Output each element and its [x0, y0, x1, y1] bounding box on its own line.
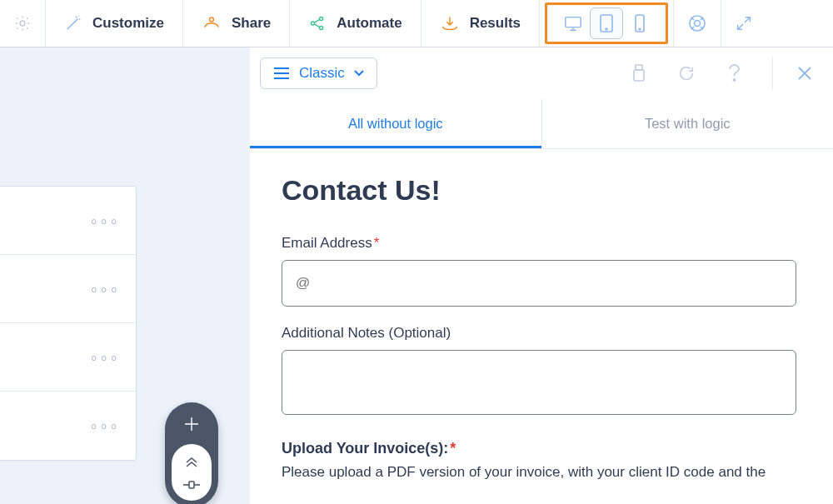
required-asterisk: *	[374, 235, 380, 251]
add-element-button[interactable]	[178, 411, 205, 437]
fields-list-row[interactable]: ∘∘∘	[0, 255, 136, 323]
email-label: Email Address*	[282, 235, 796, 252]
close-icon	[796, 65, 813, 82]
preview-actions	[631, 57, 813, 90]
refresh-icon[interactable]	[677, 64, 696, 82]
upload-label: Upload Your Invoice(s):*	[282, 440, 796, 457]
svg-point-1	[210, 17, 214, 22]
notes-label: Additional Notes (Optional)	[282, 325, 796, 342]
email-input[interactable]	[282, 260, 796, 307]
download-tray-icon	[440, 14, 460, 32]
fields-list-row[interactable]: Optional) ∘∘∘	[0, 392, 136, 460]
label-text: Email Address	[282, 235, 372, 251]
tablet-view-button[interactable]	[590, 7, 623, 39]
desktop-icon	[563, 14, 583, 32]
svg-rect-15	[189, 482, 194, 488]
form-title: Contact Us!	[282, 174, 796, 207]
tab-all-without-logic[interactable]: All without logic	[250, 99, 542, 148]
layout-lines-icon	[272, 66, 291, 81]
device-preview-group	[540, 0, 674, 47]
close-preview-button[interactable]	[772, 57, 813, 90]
svg-point-4	[320, 26, 323, 29]
preview-tabs: All without logic Test with logic	[250, 99, 833, 149]
desktop-view-button[interactable]	[556, 7, 590, 39]
chevron-down-icon	[353, 69, 365, 77]
slider-icon[interactable]	[182, 479, 202, 491]
gear-icon	[13, 14, 32, 32]
results-button[interactable]: Results	[421, 0, 540, 47]
help-button[interactable]	[674, 0, 721, 47]
drag-handle-icon[interactable]: ∘∘∘	[89, 348, 119, 367]
preview-subheader: Classic	[250, 47, 833, 99]
notes-textarea[interactable]	[282, 350, 796, 415]
chevron-up-double-icon[interactable]	[183, 454, 200, 467]
automate-button[interactable]: Automate	[290, 0, 421, 47]
svg-point-2	[312, 22, 315, 25]
top-toolbar: Customize Share Automate Results	[0, 0, 833, 47]
network-icon	[308, 14, 327, 32]
svg-point-7	[606, 28, 607, 30]
drag-handle-icon[interactable]: ∘∘∘	[89, 212, 119, 230]
layout-mode-label: Classic	[299, 65, 345, 82]
expand-button[interactable]	[721, 0, 766, 47]
mobile-view-button[interactable]	[623, 7, 656, 39]
mobile-icon	[633, 13, 646, 33]
wand-icon	[64, 14, 82, 32]
usb-icon[interactable]	[631, 63, 647, 83]
lifering-icon	[687, 13, 707, 33]
plus-icon	[182, 415, 201, 433]
svg-point-9	[639, 28, 641, 30]
tablet-icon	[598, 13, 615, 33]
broadcast-icon	[202, 14, 222, 32]
svg-rect-5	[566, 17, 581, 27]
svg-rect-13	[634, 70, 644, 81]
expand-icon	[735, 14, 753, 32]
fields-list-row[interactable]: ∘∘∘	[0, 323, 136, 392]
automate-label: Automate	[337, 15, 402, 32]
customize-label: Customize	[92, 15, 164, 32]
share-label: Share	[232, 15, 271, 32]
customize-button[interactable]: Customize	[46, 0, 183, 47]
fields-list-row[interactable]: ∘∘∘	[0, 187, 136, 255]
question-icon[interactable]	[726, 63, 742, 83]
floating-tools-pill	[165, 402, 218, 504]
label-text: Upload Your Invoice(s):	[282, 440, 448, 457]
svg-point-0	[20, 21, 25, 26]
tab-test-with-logic[interactable]: Test with logic	[542, 99, 834, 148]
required-asterisk: *	[450, 440, 456, 457]
svg-rect-12	[636, 65, 642, 70]
settings-button[interactable]	[0, 0, 46, 47]
share-button[interactable]: Share	[183, 0, 290, 47]
drag-handle-icon[interactable]: ∘∘∘	[89, 417, 119, 435]
upload-description: Please upload a PDF version of your invo…	[282, 462, 796, 483]
layout-mode-dropdown[interactable]: Classic	[260, 57, 377, 89]
svg-point-11	[695, 21, 701, 27]
tab-label: Test with logic	[645, 116, 731, 132]
tab-label: All without logic	[348, 116, 443, 132]
svg-point-3	[320, 17, 323, 20]
svg-point-14	[734, 79, 736, 81]
pill-inner	[172, 444, 212, 501]
drag-handle-icon[interactable]: ∘∘∘	[89, 280, 119, 298]
form-preview: Contact Us! Email Address* Additional No…	[250, 149, 833, 504]
fields-list-panel: ∘∘∘ ∘∘∘ ∘∘∘ Optional) ∘∘∘	[0, 186, 137, 461]
results-label: Results	[470, 15, 521, 32]
